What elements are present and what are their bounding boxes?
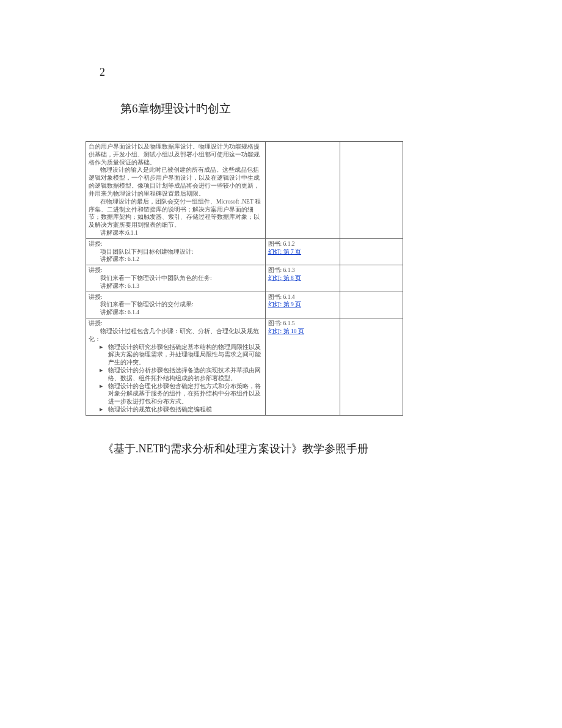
para: 我们来看一下物理设计的交付成果:	[89, 301, 263, 309]
content-table: 台的用户界面设计以及物理数据库设计。物理设计为功能规格提供基础，开发小组、测试小…	[86, 141, 403, 416]
table-row: 讲授: 物理设计过程包含几个步骤：研究、分析、合理化以及规范化： 物理设计的研究…	[86, 318, 403, 416]
footer-title: 《基于.NET旳需求分析和处理方案设计》教学参照手册	[103, 441, 562, 456]
bullet-list: 物理设计的研究步骤包括确定基本结构的物理局限性以及解决方案的物理需求，并处理物理…	[89, 344, 263, 414]
heading: 讲授:	[89, 293, 263, 301]
para: 我们来看一下物理设计中团队角色的任务:	[89, 274, 263, 282]
para: 讲解课本: 6.1.3	[89, 282, 263, 290]
cell-content: 台的用户界面设计以及物理数据库设计。物理设计为功能规格提供基础，开发小组、测试小…	[86, 142, 266, 239]
chapter-title: 第6章物理设计旳创立	[120, 101, 562, 117]
heading: 讲授:	[89, 267, 263, 274]
cell-notes	[340, 238, 403, 265]
table-row: 台的用户界面设计以及物理数据库设计。物理设计为功能规格提供基础，开发小组、测试小…	[86, 142, 403, 239]
slide-link[interactable]: 幻灯: 第 7 页	[268, 249, 302, 255]
para: 项目团队以下列目标创建物理设计:	[89, 248, 263, 256]
cell-content: 讲授: 项目团队以下列目标创建物理设计: 讲解课本: 6.1.2	[86, 238, 266, 265]
ref-text: 图书: 6.1.2	[268, 240, 338, 248]
cell-ref	[265, 142, 340, 239]
cell-ref: 图书: 6.1.5 幻灯: 第 10 页	[265, 318, 340, 416]
heading: 讲授:	[89, 320, 263, 328]
para: 台的用户界面设计以及物理数据库设计。物理设计为功能规格提供基础，开发小组、测试小…	[89, 143, 263, 166]
cell-notes	[340, 265, 403, 292]
ref-text: 图书: 6.1.4	[268, 293, 338, 301]
cell-notes	[340, 292, 403, 318]
heading: 讲授:	[89, 240, 263, 248]
para: 在物理设计的最后，团队会交付一组组件、Microsoft .NET 程序集、二进…	[89, 198, 263, 229]
cell-content: 讲授: 物理设计过程包含几个步骤：研究、分析、合理化以及规范化： 物理设计的研究…	[86, 318, 266, 416]
slide-link[interactable]: 幻灯: 第 10 页	[268, 328, 304, 334]
para: 物理设计的输入是此时已被创建的所有成品。这些成品包括逻辑对象模型，一个初步用户界…	[89, 166, 263, 197]
bullet-item: 物理设计的研究步骤包括确定基本结构的物理局限性以及解决方案的物理需求，并处理物理…	[100, 344, 263, 367]
bullet-item: 物理设计的分析步骤包括选择备选的实现技术并草拟由网络、数据、组件拓扑结构组成的初…	[100, 367, 263, 383]
slide-link[interactable]: 幻灯: 第 9 页	[268, 301, 302, 307]
bullet-item: 物理设计的合理化步骤包含确定打包方式和分布策略，将对象分解成基于服务的组件，在拓…	[100, 383, 263, 406]
cell-ref: 图书: 6.1.2 幻灯: 第 7 页	[265, 238, 340, 265]
table-row: 讲授: 我们来看一下物理设计中团队角色的任务: 讲解课本: 6.1.3 图书: …	[86, 265, 403, 292]
table-row: 讲授: 项目团队以下列目标创建物理设计: 讲解课本: 6.1.2 图书: 6.1…	[86, 238, 403, 265]
cell-content: 讲授: 我们来看一下物理设计中团队角色的任务: 讲解课本: 6.1.3	[86, 265, 266, 292]
ref-text: 图书: 6.1.3	[268, 267, 338, 274]
cell-notes	[340, 142, 403, 239]
table-row: 讲授: 我们来看一下物理设计的交付成果: 讲解课本: 6.1.4 图书: 6.1…	[86, 292, 403, 318]
cell-content: 讲授: 我们来看一下物理设计的交付成果: 讲解课本: 6.1.4	[86, 292, 266, 318]
bullet-item: 物理设计的规范化步骤包括确定编程模	[100, 406, 263, 414]
para: 物理设计过程包含几个步骤：研究、分析、合理化以及规范化：	[89, 328, 263, 344]
para: 讲解课本: 6.1.2	[89, 256, 263, 263]
para: 讲解课本: 6.1.4	[89, 309, 263, 317]
slide-link[interactable]: 幻灯: 第 8 页	[268, 275, 302, 281]
page-number: 2	[100, 66, 105, 79]
cell-notes	[340, 318, 403, 416]
cell-ref: 图书: 6.1.4 幻灯: 第 9 页	[265, 292, 340, 318]
ref-text: 图书: 6.1.5	[268, 320, 338, 328]
para: 讲解课本:6.1.1	[89, 229, 263, 237]
cell-ref: 图书: 6.1.3 幻灯: 第 8 页	[265, 265, 340, 292]
